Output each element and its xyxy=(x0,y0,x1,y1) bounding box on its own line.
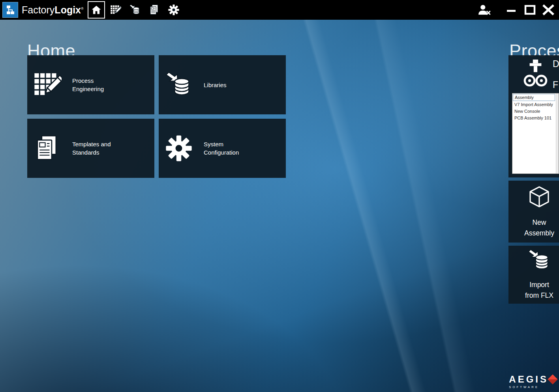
user-logout-icon xyxy=(478,4,491,15)
nav-templates-button[interactable] xyxy=(146,1,163,19)
app-title: FactoryLogix® xyxy=(22,4,84,16)
tile-system-configuration[interactable]: System Configuration xyxy=(159,119,286,178)
assembly-listbox: Assembly V7 Import Assembly New Console … xyxy=(512,93,559,174)
app-logo xyxy=(2,2,18,18)
nav-libraries-button[interactable] xyxy=(126,1,144,19)
window-controls xyxy=(478,3,559,17)
brand-part-2: Logix xyxy=(54,4,81,15)
tile-label: Process Engineering xyxy=(72,77,104,93)
truncated-text-line: F xyxy=(553,79,559,91)
aegis-logo-row: AEGIS xyxy=(509,375,556,384)
maximize-icon xyxy=(524,5,536,15)
database-import-icon xyxy=(164,70,193,99)
aegis-software-text: SOFTWARE xyxy=(509,385,556,389)
aegis-logo: AEGIS SOFTWARE xyxy=(509,375,556,389)
app-window: FactoryLogix® xyxy=(0,0,559,392)
gear-icon xyxy=(168,4,180,16)
nav-system-configuration-button[interactable] xyxy=(165,1,182,19)
maximize-button[interactable] xyxy=(523,3,536,17)
assembly-dropdown[interactable]: Assembly xyxy=(513,94,555,101)
tile-label: Libraries xyxy=(204,81,227,89)
tile-process-engineering[interactable]: Process Engineering xyxy=(27,55,154,114)
logout-user-button[interactable] xyxy=(478,3,491,17)
tile-label: System Configuration xyxy=(204,140,239,157)
home-tiles: Process Engineering Libraries Templates … xyxy=(27,55,286,178)
aegis-brand-text: AEGIS xyxy=(509,375,548,384)
tile-label: New Assembly xyxy=(524,217,554,239)
registered-mark: ® xyxy=(81,6,84,10)
nav-home-button[interactable] xyxy=(88,1,105,19)
main-nav xyxy=(88,1,184,19)
documents-icon xyxy=(33,134,62,163)
assembly-list-item[interactable]: New Console xyxy=(512,108,559,114)
nav-process-engineering-button[interactable] xyxy=(107,1,124,19)
minimize-button[interactable] xyxy=(505,3,518,17)
database-import-icon xyxy=(528,249,551,273)
assembly-list-item[interactable]: V7 Import Assembly xyxy=(512,101,559,108)
title-bar: FactoryLogix® xyxy=(0,0,559,20)
grid-pencil-icon xyxy=(110,4,121,15)
assembly-list-item[interactable]: PCB Assembly 101 xyxy=(512,114,559,121)
tile-libraries[interactable]: Libraries xyxy=(159,55,286,114)
import-from-flx-tile[interactable]: Import from FLX xyxy=(508,246,559,304)
home-icon xyxy=(91,5,101,15)
listbox-scrollbar[interactable] xyxy=(556,93,559,174)
factorylogix-orgchart-icon xyxy=(5,4,16,15)
close-icon xyxy=(542,4,555,15)
truncated-text-line: D xyxy=(553,58,559,70)
minimize-icon xyxy=(505,5,517,15)
assembly-machine-icon xyxy=(521,59,550,91)
cube-icon xyxy=(528,186,550,209)
assembly-selector-tile[interactable]: D F Assembly V7 Import Assembly New Cons… xyxy=(508,55,559,177)
aegis-diamond-icon xyxy=(548,374,557,384)
database-import-icon xyxy=(129,4,141,15)
tile-label: Templates and Standards xyxy=(72,140,111,157)
close-button[interactable] xyxy=(542,3,555,17)
truncated-heading: D F xyxy=(553,58,559,91)
process-engineering-panel: Process D F Assembly V7 Import Assembly … xyxy=(508,20,559,392)
tile-label: Import from FLX xyxy=(525,280,553,301)
brand-part-1: Factory xyxy=(22,4,54,15)
new-assembly-tile[interactable]: New Assembly xyxy=(508,181,559,243)
gear-icon xyxy=(164,134,193,163)
documents-icon xyxy=(149,4,160,15)
desktop: Home Process Engineering Libraries Templ… xyxy=(0,20,559,392)
tile-templates-and-standards[interactable]: Templates and Standards xyxy=(27,119,154,178)
grid-pencil-icon xyxy=(33,70,62,99)
